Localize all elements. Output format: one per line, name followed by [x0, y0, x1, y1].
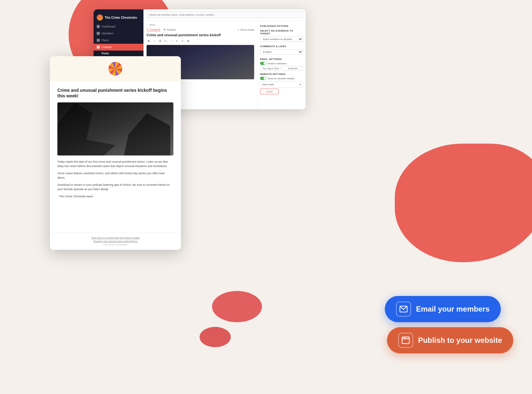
- email-footer: Click here to unsubscribe from these ema…: [50, 232, 181, 250]
- focus-mode-button[interactable]: ⤢ Focus mode: [237, 28, 254, 31]
- tab-preview-label: Preview: [167, 28, 176, 31]
- sidebar-logo: [97, 14, 103, 21]
- email-badge-label: Email your members: [416, 305, 490, 313]
- website-toggle-row: Show on member website: [260, 77, 303, 80]
- sidebar-item-label: Plans: [102, 39, 109, 42]
- editor-nav: ← Back: [147, 23, 254, 26]
- list-button[interactable]: ≡: [175, 39, 179, 43]
- search-input[interactable]: [147, 11, 302, 18]
- shadow-left-decoration: [57, 102, 115, 155]
- content-icon: [97, 46, 100, 49]
- comments-select[interactable]: Enabled: [260, 49, 303, 55]
- image-button[interactable]: ⊞: [186, 39, 190, 43]
- sidebar-header: The Crime Chronicles: [94, 12, 143, 23]
- italic-button[interactable]: I: [152, 39, 157, 43]
- email-settings-label: EMAIL SETTINGS: [260, 58, 303, 61]
- browser-icon-wrap: [398, 333, 413, 348]
- audience-label: SELECT AN AUDIENCE TO TARGET: [260, 29, 303, 35]
- plans-icon: [97, 39, 100, 42]
- sidebar-item-plans[interactable]: Plans: [94, 37, 143, 44]
- email-toggle-label: Email to members: [268, 62, 286, 65]
- email-date-picker[interactable]: Thu, Sep 8, 2022: [260, 66, 281, 71]
- grid-icon: [97, 25, 100, 28]
- quote-button[interactable]: ": [169, 39, 173, 43]
- email-paragraph-3: Download or stream in your podcast liste…: [57, 183, 173, 191]
- email-paragraph-2: Some cases feature unsolved crimes, and …: [57, 171, 173, 180]
- editor-post-title: Crime and unusual punishment series kick…: [147, 33, 254, 37]
- website-settings-label: WEBSITE SETTINGS: [260, 73, 303, 76]
- email-toggle[interactable]: [260, 62, 266, 65]
- email-body: Crime and unusual punishment series kick…: [50, 81, 181, 208]
- mail-icon: [399, 305, 408, 313]
- admin-toolbar: [143, 9, 306, 20]
- comments-label: COMMENTS & LIKES: [260, 45, 303, 48]
- save-draft-button[interactable]: Save draft ▾: [260, 81, 303, 87]
- strikethrough-button[interactable]: S̶: [158, 39, 162, 43]
- mail-icon-wrap: [396, 302, 411, 317]
- shadow-right-decoration: [124, 113, 170, 155]
- tab-preview[interactable]: 👁 Preview: [163, 28, 176, 31]
- website-badge[interactable]: Publish to your website: [387, 327, 513, 353]
- email-post-image: [57, 102, 173, 155]
- focus-mode-label: Focus mode: [240, 28, 254, 31]
- audience-select[interactable]: Active members on all plans: [260, 36, 303, 42]
- chevron-down-icon: ▾: [300, 83, 301, 86]
- sidebar-item-label: Dashboard: [102, 25, 115, 28]
- website-toggle[interactable]: [260, 77, 266, 80]
- website-toggle-label: Show on member website: [268, 77, 294, 80]
- sidebar-sub-posts[interactable]: Posts: [94, 51, 143, 56]
- tab-compose[interactable]: ✎ Compose: [147, 28, 160, 31]
- users-icon: [97, 32, 100, 35]
- format-toolbar: B I S̶ <> " ≡ ≡ ⊞: [147, 39, 254, 43]
- browser-icon: [401, 336, 410, 345]
- ordered-list-button[interactable]: ≡: [180, 39, 185, 43]
- bold-button[interactable]: B: [147, 39, 151, 43]
- email-post-title: Crime and unusual punishment series kick…: [57, 87, 173, 99]
- email-paragraph-4: - The Crime Chronicles team: [57, 195, 173, 199]
- blob-bottom-mid: [212, 291, 262, 322]
- website-badge-label: Publish to your website: [418, 336, 502, 345]
- sidebar-item-members[interactable]: Members: [94, 30, 143, 37]
- email-date-row: Thu, Sep 8, 2022 10:00 AM: [260, 66, 303, 71]
- email-brand-logo: [109, 62, 122, 76]
- footer-brand: The Crime Chronicles: [54, 243, 177, 246]
- sidebar-app-name: The Crime Chronicles: [105, 16, 137, 19]
- sidebar-item-label: Members: [102, 32, 114, 35]
- email-preview-card: Crime and unusual punishment series kick…: [50, 56, 181, 250]
- unsubscribe-link[interactable]: Click here to unsubscribe from these ema…: [54, 236, 177, 239]
- tab-compose-label: Compose: [150, 28, 160, 31]
- blob-right-mid: [395, 144, 532, 262]
- code-button[interactable]: <>: [163, 39, 168, 43]
- blob-bottom-small: [200, 327, 231, 347]
- back-button[interactable]: ← Back: [147, 23, 155, 26]
- manage-account-link[interactable]: Manage your account and subscriptions: [54, 240, 177, 243]
- email-paragraph-1: Today marks the start of our first crime…: [57, 160, 173, 168]
- delete-button[interactable]: Delete: [260, 89, 279, 94]
- sidebar-item-content[interactable]: Content: [94, 44, 143, 51]
- email-toggle-row: Email to members: [260, 62, 303, 65]
- publishing-panel: Publishing options SELECT AN AUDIENCE TO…: [257, 20, 306, 109]
- email-header: [50, 56, 181, 81]
- publishing-options-title: Publishing options: [260, 25, 303, 27]
- email-time-picker[interactable]: 10:00 AM: [282, 66, 303, 71]
- sidebar-item-label: Content: [102, 46, 112, 49]
- sidebar-item-dashboard[interactable]: Dashboard: [94, 23, 143, 30]
- email-members-badge[interactable]: Email your members: [385, 296, 501, 322]
